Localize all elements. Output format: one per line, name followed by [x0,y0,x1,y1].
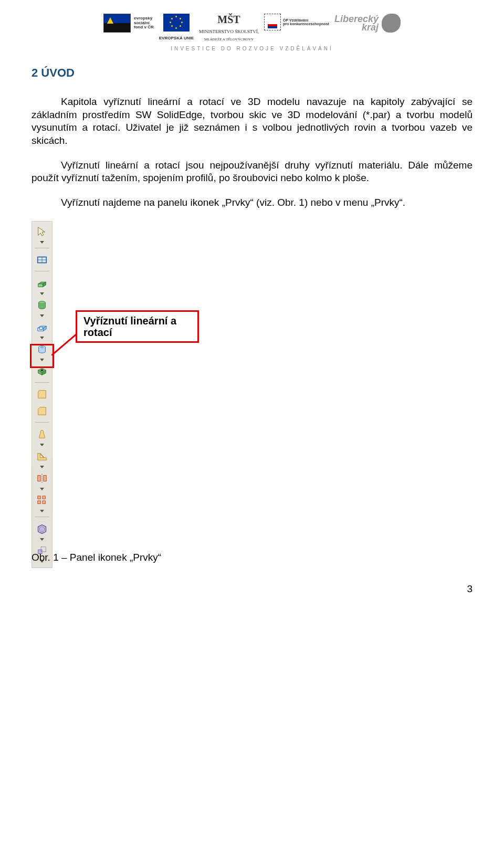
header-logos: evropský sociální fond v ČR EVROPSKÁ UNI… [32,10,472,43]
lk-map-icon [382,14,401,33]
toolbar-separator [35,514,49,520]
msmt-line: MLÁDEŽE A TĚLOVÝCHOVY [204,37,254,41]
cut-revolve-icon[interactable] [34,341,50,357]
toolbar-separator [35,419,49,426]
svg-rect-13 [38,501,41,504]
callout-text-line: rotací [83,327,112,338]
logo-esf: evropský sociální fond v ČR [103,14,154,33]
sketch-icon[interactable] [34,252,50,268]
logo-eu: EVROPSKÁ UNIE [159,14,194,40]
dropdown-arrow-icon[interactable] [34,509,50,514]
dropdown-arrow-icon[interactable] [34,313,50,319]
pattern-icon[interactable] [34,492,50,508]
eu-flag-icon [163,14,190,32]
round-icon[interactable] [34,386,50,402]
thin-wall-icon[interactable] [34,521,50,537]
toolbar-separator [35,380,49,386]
mirror-icon[interactable] [34,470,50,486]
paragraph: Vyříznutí najdeme na panelu ikonek „Prvk… [32,196,472,209]
logo-msmt: MŠT MINISTERSTVO ŠKOLSTVÍ, MLÁDEŽE A TĚL… [199,14,259,41]
select-arrow-icon[interactable] [34,224,50,239]
svg-rect-9 [44,475,47,481]
callout-text-line: Vyříznutí lineární a [83,315,176,327]
callout-label: Vyříznutí lineární a rotací [76,310,199,343]
msmt-line: MINISTERSTVO ŠKOLSTVÍ, [199,29,259,34]
rib-icon[interactable] [34,448,50,464]
msmt-glyph-icon: MŠT [217,14,240,26]
logo-liberecky-kraj: Liberecký kraj [334,14,401,33]
dropdown-arrow-icon[interactable] [34,240,50,245]
svg-point-6 [40,346,44,348]
dropdown-arrow-icon[interactable] [34,291,50,297]
dropdown-arrow-icon[interactable] [34,465,50,470]
op-flag-icon [264,14,281,30]
dropdown-arrow-icon[interactable] [34,335,50,341]
svg-rect-4 [39,327,43,330]
dropdown-arrow-icon[interactable] [34,537,50,542]
svg-rect-8 [38,475,41,481]
esf-text-line: fond v ČR [134,25,154,29]
extrude-icon[interactable] [34,275,50,291]
svg-point-7 [40,370,44,371]
section-title: 2 ÚVOD [32,66,472,80]
svg-rect-12 [43,496,46,499]
figure: Vyříznutí lineární a rotací Obr. 1 – Pan… [32,221,472,568]
esf-flag-icon [103,14,131,33]
toolbar-separator [35,268,49,275]
body-text: Kapitola vyříznutí lineární a rotací ve … [32,96,472,209]
chamfer-icon[interactable] [34,403,50,419]
figure-caption: Obr. 1 – Panel ikonek „Prvky“ [32,552,161,563]
paragraph: Kapitola vyříznutí lineární a rotací ve … [32,96,472,148]
hole-icon[interactable] [34,363,50,379]
op-line: pro konkurenceschopnost [283,22,329,26]
toolbar-separator [35,245,49,251]
dropdown-arrow-icon[interactable] [34,443,50,448]
toolbar-prvky [32,221,52,568]
eu-label: EVROPSKÁ UNIE [159,36,194,40]
dropdown-arrow-icon[interactable] [34,358,50,363]
header-tagline: INVESTICE DO ROZVOJE VZDĚLÁVÁNÍ [32,46,472,51]
svg-rect-14 [43,501,46,504]
cut-extrude-icon[interactable] [34,319,50,335]
op-line: OP Vzdělávání [283,18,329,22]
logo-op: OP Vzdělávání pro konkurenceschopnost [264,14,329,30]
svg-rect-11 [38,496,41,499]
revolve-icon[interactable] [34,297,50,313]
draft-icon[interactable] [34,426,50,442]
lk-line: kraj [334,23,379,32]
page-number: 3 [32,583,472,595]
paragraph: Vyříznutí lineární a rotací jsou nejpouž… [32,159,472,185]
dropdown-arrow-icon[interactable] [34,487,50,492]
